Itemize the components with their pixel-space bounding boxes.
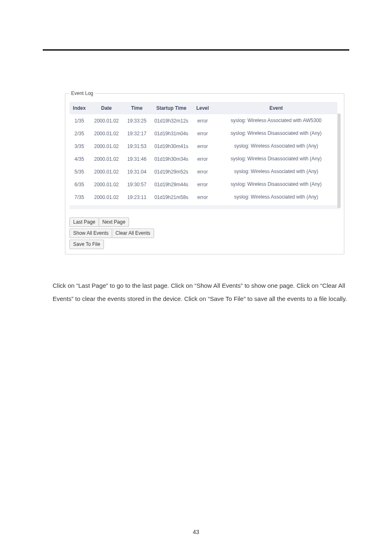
cell-level: error (193, 191, 212, 204)
event-log-fieldset: Event Log Index Date Time Startup Time L… (65, 90, 344, 254)
cell-index: 6/35 (69, 178, 89, 191)
cell-startup: 01d19h30m41s (150, 140, 193, 153)
event-log-table-wrap: Index Date Time Startup Time Level Event… (69, 102, 340, 204)
cell-index: 3/35 (69, 140, 89, 153)
table-row: 2/35 2000.01.02 19:32:17 01d19h31m04s er… (69, 127, 340, 140)
cell-startup: 01d19h21m58s (150, 191, 193, 204)
cell-index: 4/35 (69, 153, 89, 165)
col-header-startup[interactable]: Startup Time (150, 102, 193, 114)
cell-date: 2000.01.02 (89, 178, 124, 191)
event-log-footer-stripe (69, 205, 340, 209)
cell-date: 2000.01.02 (89, 140, 124, 153)
col-header-date[interactable]: Date (89, 102, 124, 114)
cell-index: 5/35 (69, 165, 89, 178)
table-row: 3/35 2000.01.02 19:31:53 01d19h30m41s er… (69, 140, 340, 153)
event-log-screenshot: Event Log Index Date Time Startup Time L… (65, 90, 344, 254)
cell-date: 2000.01.02 (89, 114, 124, 127)
cell-date: 2000.01.02 (89, 191, 124, 204)
cell-event: syslog: Wireless Associated with (Any) (212, 165, 340, 178)
cell-index: 7/35 (69, 191, 89, 204)
cell-startup: 01d19h31m04s (150, 127, 193, 140)
cell-event: syslog: Wireless Disassociated with (Any… (212, 178, 340, 191)
col-header-level[interactable]: Level (193, 102, 212, 114)
cell-time: 19:31:04 (124, 165, 150, 178)
clear-all-events-button[interactable]: Clear All Events (112, 229, 154, 238)
col-header-index[interactable]: Index (69, 102, 89, 114)
cell-event: syslog: Wireless Associated with (Any) (212, 140, 340, 153)
cell-time: 19:33:25 (124, 114, 150, 127)
col-header-event[interactable]: Event (212, 102, 340, 114)
event-log-table: Index Date Time Startup Time Level Event… (69, 102, 340, 204)
cell-startup: 01d19h29m44s (150, 178, 193, 191)
cell-event: syslog: Wireless Associated with AW5300 (212, 114, 340, 127)
event-log-scrollbar[interactable] (337, 102, 341, 204)
save-to-file-button[interactable]: Save To File (69, 240, 104, 249)
cell-level: error (193, 153, 212, 165)
scrollbar-thumb[interactable] (337, 113, 341, 208)
cell-time: 19:23:11 (124, 191, 150, 204)
cell-time: 19:32:17 (124, 127, 150, 140)
cell-time: 19:30:57 (124, 178, 150, 191)
show-all-events-button[interactable]: Show All Events (69, 229, 112, 238)
table-row: 1/35 2000.01.02 19:33:25 01d19h32m12s er… (69, 114, 340, 127)
cell-date: 2000.01.02 (89, 127, 124, 140)
cell-date: 2000.01.02 (89, 153, 124, 165)
cell-level: error (193, 127, 212, 140)
cell-level: error (193, 165, 212, 178)
table-row: 4/35 2000.01.02 19:31:46 01d19h30m34s er… (69, 153, 340, 165)
instruction-paragraph: Click on “Last Page” to go to the last p… (53, 279, 349, 306)
next-page-button[interactable]: Next Page (99, 217, 129, 227)
cell-level: error (193, 114, 212, 127)
last-page-button[interactable]: Last Page (69, 217, 99, 227)
cell-level: error (193, 140, 212, 153)
page-top-rule (43, 49, 349, 51)
cell-event: syslog: Wireless Disassociated with (Any… (212, 127, 340, 140)
cell-date: 2000.01.02 (89, 165, 124, 178)
cell-event: syslog: Wireless Associated with (Any) (212, 191, 340, 204)
cell-time: 19:31:46 (124, 153, 150, 165)
page-number: 43 (0, 529, 392, 535)
cell-time: 19:31:53 (124, 140, 150, 153)
event-log-header-row: Index Date Time Startup Time Level Event (69, 102, 340, 114)
event-log-legend: Event Log (69, 90, 95, 96)
col-header-time[interactable]: Time (124, 102, 150, 114)
table-row: 5/35 2000.01.02 19:31:04 01d19h29m52s er… (69, 165, 340, 178)
cell-startup: 01d19h30m34s (150, 153, 193, 165)
cell-startup: 01d19h29m52s (150, 165, 193, 178)
table-row: 7/35 2000.01.02 19:23:11 01d19h21m58s er… (69, 191, 340, 204)
cell-startup: 01d19h32m12s (150, 114, 193, 127)
cell-index: 2/35 (69, 127, 89, 140)
cell-event: syslog: Wireless Disassociated with (Any… (212, 153, 340, 165)
cell-index: 1/35 (69, 114, 89, 127)
table-row: 6/35 2000.01.02 19:30:57 01d19h29m44s er… (69, 178, 340, 191)
cell-level: error (193, 178, 212, 191)
